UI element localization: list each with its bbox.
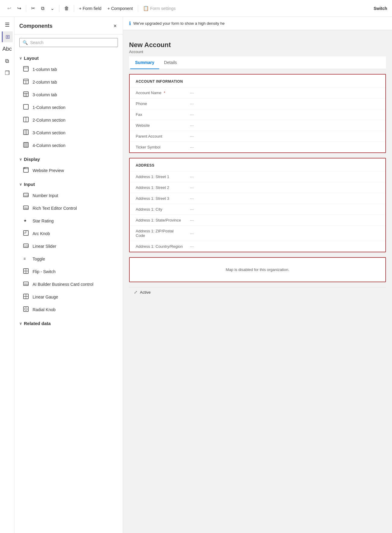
table-row: Parent Account ---	[130, 131, 385, 142]
website-preview-label: Website Preview	[33, 168, 64, 173]
input-section-label: Input	[24, 182, 35, 187]
redo-button[interactable]: ↪	[15, 4, 24, 13]
related-data-section-label: Related data	[24, 321, 51, 326]
list-item[interactable]: ≡ Toggle	[14, 253, 123, 265]
search-input[interactable]	[30, 40, 115, 45]
list-item[interactable]: ★ Star Rating	[14, 215, 123, 227]
svg-rect-0	[24, 66, 28, 71]
delete-button[interactable]: 🗑	[62, 4, 71, 13]
form-field-button[interactable]: + Form field	[77, 4, 104, 13]
four-column-section-icon	[23, 142, 29, 149]
panel-header: Components ×	[14, 17, 123, 34]
components-panel: Components × 🔍 ∨ Layout 1-column tab	[14, 17, 123, 533]
layout-chevron-icon: ∨	[19, 56, 22, 60]
field-label-parent-account: Parent Account	[136, 134, 184, 139]
list-item[interactable]: Arc Knob	[14, 227, 123, 240]
list-item[interactable]: 123 Number Input	[14, 189, 123, 202]
three-column-tab-icon	[23, 91, 29, 98]
list-item[interactable]: 1-column tab	[14, 63, 123, 76]
tab-details[interactable]: Details	[159, 56, 182, 69]
sidebar-tree-button[interactable]: ❐	[2, 68, 13, 78]
field-value-ticker-symbol: ---	[184, 145, 379, 149]
svg-text:123: 123	[24, 245, 28, 247]
list-item[interactable]: 2-column tab	[14, 76, 123, 88]
list-item[interactable]: Website Preview	[14, 164, 123, 177]
list-item[interactable]: 1-Column section	[14, 101, 123, 114]
panel-close-button[interactable]: ×	[112, 22, 118, 30]
one-column-tab-label: 1-column tab	[33, 67, 57, 72]
display-section-header[interactable]: ∨ Display	[14, 152, 123, 164]
input-section-header[interactable]: ∨ Input	[14, 177, 123, 189]
list-item[interactable]: Flip - Switch	[14, 265, 123, 278]
undo-icon: ↩	[7, 5, 11, 11]
table-row: Website ---	[130, 120, 385, 131]
list-item[interactable]: Abc Rich Text Editor Control	[14, 202, 123, 215]
field-value-parent-account: ---	[184, 134, 379, 139]
svg-point-43	[25, 308, 27, 310]
form-settings-button[interactable]: 📋 Form settings	[141, 4, 178, 13]
toolbar-divider-4	[138, 5, 138, 12]
list-item[interactable]: 4-Column section	[14, 139, 123, 152]
panel-title: Components	[19, 23, 52, 29]
form-subtitle: Account	[129, 49, 386, 54]
redo-icon: ↪	[17, 5, 21, 11]
sidebar-components-button[interactable]: ⊞	[2, 31, 13, 42]
field-label-website: Website	[136, 123, 184, 128]
switch-label[interactable]: Switch	[374, 6, 387, 11]
tab-summary[interactable]: Summary	[130, 56, 159, 69]
field-value-zip: ---	[184, 231, 379, 236]
ai-builder-icon: Abc	[23, 281, 29, 288]
number-input-label: Number Input	[33, 193, 58, 198]
field-value-fax: ---	[184, 112, 379, 117]
table-row: Address 1: Street 1 ---	[130, 171, 385, 182]
more-button[interactable]: ⌄	[48, 4, 57, 13]
info-text: We've upgraded your form to show a high …	[133, 21, 225, 26]
flip-switch-label: Flip - Switch	[33, 269, 55, 274]
required-indicator: *	[164, 91, 165, 95]
two-column-section-label: 2-Column section	[33, 118, 65, 123]
component-button[interactable]: + Component	[105, 4, 135, 13]
linear-slider-label: Linear Slider	[33, 244, 56, 249]
list-item[interactable]: 3-column tab	[14, 88, 123, 101]
table-row: Phone ---	[130, 98, 385, 109]
copy-button[interactable]: ⧉	[39, 4, 47, 13]
cut-button[interactable]: ✂	[29, 4, 37, 13]
table-row: Address 1: Street 2 ---	[130, 182, 385, 193]
map-section: Map is disabled for this organization.	[129, 257, 386, 282]
field-value-state: ---	[184, 218, 379, 222]
list-item[interactable]: Abc AI Builder Business Card control	[14, 278, 123, 291]
chevron-down-icon: ⌄	[50, 5, 54, 11]
toolbar-divider-1	[26, 5, 26, 12]
svg-text:Abc: Abc	[24, 283, 28, 286]
account-information-title: ACCOUNT INFORMATION	[130, 75, 385, 87]
list-item[interactable]: 3-Column section	[14, 126, 123, 139]
account-information-section: ACCOUNT INFORMATION Account Name * --- P…	[129, 74, 386, 153]
field-label-phone: Phone	[136, 101, 184, 106]
layout-section-header[interactable]: ∨ Layout	[14, 51, 123, 63]
sidebar-fields-button[interactable]: Abc	[2, 43, 13, 54]
sidebar-menu-button[interactable]: ☰	[2, 19, 13, 30]
list-item[interactable]: Linear Gauge	[14, 291, 123, 303]
field-label-street1: Address 1: Street 1	[136, 174, 184, 179]
one-column-section-label: 1-Column section	[33, 105, 65, 110]
input-chevron-icon: ∨	[19, 182, 22, 187]
form-settings-label: Form settings	[150, 6, 176, 11]
star-rating-label: Star Rating	[33, 219, 54, 223]
delete-icon: 🗑	[64, 6, 69, 11]
layout-section-label: Layout	[24, 56, 39, 61]
table-row: Address 1: Street 3 ---	[130, 193, 385, 204]
related-data-section-header[interactable]: ∨ Related data	[14, 316, 123, 328]
list-item[interactable]: 123 Linear Slider	[14, 240, 123, 253]
field-label-street3: Address 1: Street 3	[136, 196, 184, 201]
list-item[interactable]: 2-Column section	[14, 114, 123, 126]
table-row: Ticker Symbol ---	[130, 142, 385, 152]
hamburger-icon: ☰	[5, 21, 10, 28]
number-input-icon: 123	[23, 192, 29, 199]
website-preview-icon	[23, 167, 29, 174]
field-value-account-name: ---	[184, 91, 379, 95]
undo-button[interactable]: ↩	[5, 4, 14, 13]
sidebar-layers-button[interactable]: ⧉	[2, 56, 13, 66]
list-item[interactable]: Radial Knob	[14, 303, 123, 316]
ai-builder-label: AI Builder Business Card control	[33, 282, 93, 287]
svg-text:≡: ≡	[24, 257, 26, 261]
